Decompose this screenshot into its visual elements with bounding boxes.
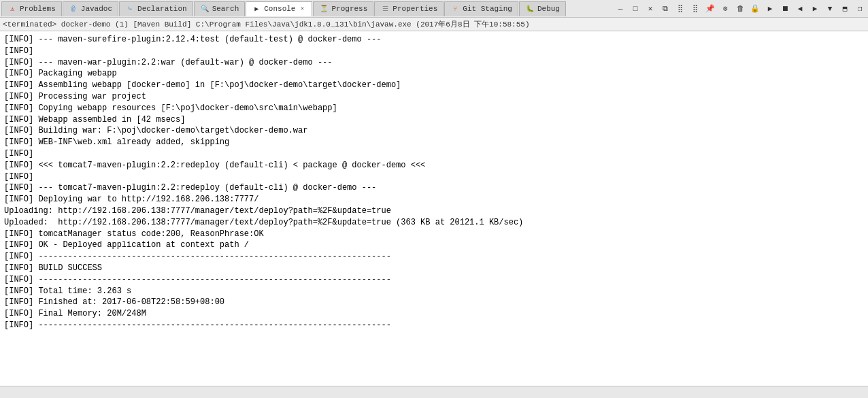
console-line: [INFO] OK - Deployed application at cont… — [4, 239, 864, 251]
console-line: [INFO] — [4, 148, 864, 160]
console-line: [INFO] BUILD SUCCESS — [4, 263, 864, 274]
progress-tab-icon: ⏳ — [319, 4, 329, 14]
toolbar-stop-button[interactable]: ⏹ — [778, 2, 792, 16]
console-tab-icon: ▶ — [252, 4, 261, 14]
console-line: [INFO] Webapp assembled in [42 msecs] — [4, 114, 864, 126]
git-staging-tab-icon: ⑂ — [450, 4, 460, 14]
bottom-bar — [0, 386, 868, 398]
status-text: <terminated> docker-demo (1) [Maven Buil… — [3, 19, 530, 29]
console-line: [INFO] Building war: F:\poj\docker-demo\… — [4, 125, 864, 137]
tab-progress[interactable]: ⏳Progress — [313, 1, 373, 16]
toolbar-detach-button[interactable]: ⬒ — [838, 2, 852, 16]
console-line: [INFO] ---------------------------------… — [4, 251, 864, 263]
console-line: [INFO] --- tomcat7-maven-plugin:2.2:rede… — [4, 182, 864, 194]
console-line: [INFO] ---------------------------------… — [4, 274, 864, 286]
console-line: [INFO] — [4, 46, 864, 57]
console-line: [INFO] — [4, 171, 864, 183]
toolbar-rows-button[interactable]: ⣿ — [688, 2, 702, 16]
problems-tab-icon: ⚠ — [7, 4, 17, 14]
debug-tab-label: Debug — [537, 5, 560, 13]
search-tab-label: Search — [212, 5, 239, 13]
console-line: [INFO] --- maven-surefire-plugin:2.12.4:… — [4, 34, 864, 46]
console-line: [INFO] Finished at: 2017-06-08T22:58:59+… — [4, 297, 864, 308]
tab-search[interactable]: 🔍Search — [194, 1, 246, 16]
console-line: [INFO] ---------------------------------… — [4, 320, 864, 331]
toolbar-pin-button[interactable]: 📌 — [703, 2, 717, 16]
toolbar-clear-button[interactable]: 🗑 — [733, 2, 747, 16]
toolbar-menu-button[interactable]: ▼ — [823, 2, 837, 16]
console-line: [INFO] Deploying war to http://192.168.2… — [4, 194, 864, 205]
console-line: [INFO] Packaging webapp — [4, 68, 864, 80]
console-line: [INFO] tomcatManager status code:200, Re… — [4, 229, 864, 240]
tab-properties[interactable]: ☰Properties — [374, 1, 444, 16]
debug-tab-icon: 🐛 — [525, 4, 535, 14]
bottom-status — [3, 388, 7, 397]
console-line: [INFO] WEB-INF\web.xml already added, sk… — [4, 137, 864, 148]
declaration-tab-icon: ⤷ — [125, 4, 135, 14]
console-line: [INFO] Processing war project — [4, 91, 864, 103]
toolbar-copy-button[interactable]: ⧉ — [658, 2, 672, 16]
javadoc-tab-label: Javadoc — [81, 5, 112, 13]
console-line: [INFO] Final Memory: 20M/248M — [4, 308, 864, 320]
toolbar-run-button[interactable]: ▶ — [763, 2, 777, 16]
console-line: [INFO] Total time: 3.263 s — [4, 286, 864, 297]
toolbar-maximize-button[interactable]: □ — [629, 2, 642, 16]
toolbar-restore-button[interactable]: ❐ — [853, 2, 867, 16]
console-area[interactable]: [INFO] --- maven-surefire-plugin:2.12.4:… — [0, 31, 868, 386]
tab-problems[interactable]: ⚠Problems — [1, 1, 62, 16]
console-tab-label: Console — [264, 5, 295, 13]
tab-bar-right-buttons: —□✕⧉⣿⣿📌⚙🗑🔒▶⏹◀▶▼⬒❐ — [614, 2, 867, 16]
console-line: Uploaded: http://192.168.206.138:7777/ma… — [4, 217, 864, 229]
tab-javadoc[interactable]: @Javadoc — [63, 1, 118, 16]
console-line: Uploading: http://192.168.206.138:7777/m… — [4, 205, 864, 217]
tab-bar: ⚠Problems@Javadoc⤷Declaration🔍Search▶Con… — [0, 0, 868, 18]
console-line: [INFO] --- maven-war-plugin:2.2:war (def… — [4, 57, 864, 69]
declaration-tab-label: Declaration — [137, 5, 187, 13]
search-tab-icon: 🔍 — [200, 4, 210, 14]
tab-console[interactable]: ▶Console✕ — [246, 1, 312, 16]
properties-tab-icon: ☰ — [380, 4, 390, 14]
toolbar-cols-button[interactable]: ⣿ — [673, 2, 687, 16]
properties-tab-label: Properties — [393, 5, 437, 13]
toolbar-chevron-right-button[interactable]: ▶ — [808, 2, 822, 16]
console-line: [INFO] <<< tomcat7-maven-plugin:2.2:rede… — [4, 160, 864, 171]
git-staging-tab-label: Git Staging — [463, 5, 512, 13]
toolbar-scroll-lock-button[interactable]: 🔒 — [748, 2, 762, 16]
console-line: [INFO] Assembling webapp [docker-demo] i… — [4, 80, 864, 91]
console-tab-close[interactable]: ✕ — [298, 5, 306, 13]
progress-tab-label: Progress — [331, 5, 367, 13]
tab-debug[interactable]: 🐛Debug — [519, 1, 566, 16]
tab-declaration[interactable]: ⤷Declaration — [119, 1, 193, 16]
tab-git-staging[interactable]: ⑂Git Staging — [444, 1, 518, 16]
toolbar-chevron-left-button[interactable]: ◀ — [793, 2, 807, 16]
console-line: [INFO] Copying webapp resources [F:\poj\… — [4, 103, 864, 114]
toolbar-settings-button[interactable]: ⚙ — [718, 2, 732, 16]
javadoc-tab-icon: @ — [69, 4, 78, 14]
toolbar-minimize-button[interactable]: — — [614, 2, 627, 16]
problems-tab-label: Problems — [20, 5, 56, 13]
toolbar-close-view-button[interactable]: ✕ — [644, 2, 657, 16]
status-bar: <terminated> docker-demo (1) [Maven Buil… — [0, 18, 868, 31]
